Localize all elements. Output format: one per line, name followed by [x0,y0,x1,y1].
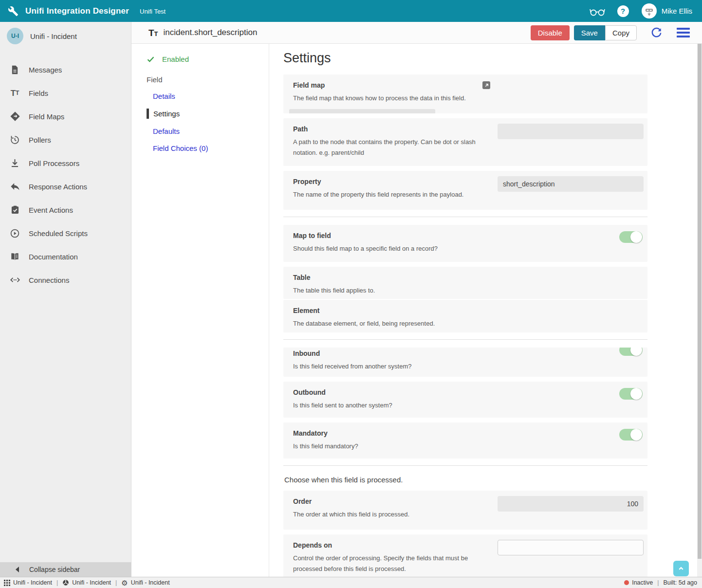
nav-item-defaults[interactable]: Defaults [147,127,269,136]
collapse-sidebar-label: Collapse sidebar [29,566,80,573]
field-map-value: String [295,113,313,113]
property-input[interactable] [498,176,644,192]
order-input[interactable] [498,496,644,512]
map-to-field-toggle[interactable] [619,231,643,243]
enabled-status[interactable]: Enabled [147,55,269,63]
text-fields-icon: TT [148,28,158,37]
record-side-nav: Enabled Field Details Settings Defaults … [131,44,269,577]
statusbar-app-3[interactable]: ⚙ Unifi - Incident [121,579,169,587]
statusbar-app-label: Unifi - Incident [13,579,52,586]
ethernet-brackets-icon [9,275,20,286]
field-row-depends-on: Depends on Control the order of processi… [283,534,647,577]
order-label: Order [293,497,498,505]
directions-icon [9,111,20,122]
record-title: incident.short_description [164,28,258,37]
open-book-icon [9,251,20,262]
sidebar-item-label: Connections [29,276,69,284]
app-subtitle: Unifi Test [140,8,166,15]
process-note: Choose when this field is processed. [284,476,647,484]
sidebar-item-fields[interactable]: TT Fields [0,81,131,105]
table-description: The table this field applies to. [293,285,498,296]
sidebar-item-pollers[interactable]: Pollers [0,128,131,151]
avatar[interactable] [642,3,657,18]
status-bar: Unifi - Incident | Unifi - Incident | ⚙ … [0,577,702,588]
depends-on-label: Depends on [293,541,498,549]
check-icon [147,55,155,63]
nav-item-settings[interactable]: Settings [147,109,269,119]
unifi-integration-designer-app: Unifi Integration Designer Unifi Test ? … [0,0,702,588]
field-row-field-map: Field map The field map that knows how t… [283,74,647,113]
nav-item-details[interactable]: Details [147,92,269,101]
scroll-to-top-button[interactable] [673,561,689,576]
collapse-sidebar-button[interactable]: Collapse sidebar [0,562,131,577]
refresh-icon[interactable] [650,27,663,39]
field-row-property: Property The name of the property this f… [283,171,647,210]
sidebar-item-event-actions[interactable]: Event Actions [0,198,131,221]
sidebar-item-field-maps[interactable]: Field Maps [0,105,131,128]
sidebar-item-documentation[interactable]: Documentation [0,245,131,268]
app-title: Unifi Integration Designer [25,6,129,16]
table-label: Table [293,274,498,281]
field-row-outbound: Outbound Is this field sent to another s… [283,382,647,418]
help-icon[interactable]: ? [617,5,629,17]
sidebar-item-messages[interactable]: Messages [0,58,131,81]
field-row-path: Path A path to the node that contains th… [283,118,647,166]
separator: | [56,579,58,586]
reply-arrow-icon [9,181,20,192]
sidebar-item-label: Fields [29,89,48,97]
depends-on-input[interactable] [498,540,644,555]
apps-grid-icon [4,580,10,586]
sidebar-item-response-actions[interactable]: Response Actions [0,175,131,198]
mandatory-toggle[interactable] [619,429,643,441]
element-description: The database element, or field, being re… [293,318,498,329]
statusbar-app-label: Unifi - Incident [131,579,170,586]
nav-item-settings-label: Settings [153,109,180,118]
sidebar-item-label: Pollers [29,136,51,144]
separator: | [657,579,659,586]
disable-button[interactable]: Disable [531,25,570,40]
outbound-label: Outbound [293,388,498,396]
field-row-inbound: Inbound Is this field received from anot… [283,348,647,377]
app-header: Unifi Integration Designer Unifi Test ? … [0,0,702,22]
history-clock-icon [9,134,20,146]
field-map-select[interactable]: String [289,109,435,113]
statusbar-app-1[interactable]: Unifi - Incident [4,579,52,586]
inbound-description: Is this field received from another syst… [293,361,498,372]
settings-panel: Settings Field map The field map that kn… [269,44,697,577]
chevron-up-icon [677,564,685,573]
depends-on-description: Control the order of processing. Specify… [293,553,498,574]
copy-button[interactable]: Copy [605,25,637,40]
path-input[interactable] [498,124,644,139]
sidebar-nav: Messages TT Fields Field Maps Pollers [0,58,131,292]
scrollbar-thumb[interactable] [698,44,702,559]
field-row-map-to-field: Map to field Should this field map to a … [283,225,647,262]
glasses-icon[interactable] [589,5,606,17]
sidebar-item-label: Documentation [29,253,78,261]
field-row-order: Order The order at which this field is p… [283,491,647,530]
path-label: Path [293,125,498,133]
statusbar-app-2[interactable]: Unifi - Incident [62,579,111,586]
element-label: Element [293,307,498,314]
settings-heading: Settings [283,51,647,66]
sidebar-item-scheduled-scripts[interactable]: Scheduled Scripts [0,221,131,245]
outbound-toggle[interactable] [619,388,643,400]
outbound-description: Is this field sent to another system? [293,400,498,411]
field-row-table: Table The table this field applies to. I… [283,267,647,299]
globe-icon [62,579,69,586]
inbound-label: Inbound [293,349,498,357]
status-dot-icon [624,580,629,585]
vertical-scrollbar[interactable] [697,44,702,577]
sidebar-item-poll-processors[interactable]: Poll Processors [0,151,131,175]
inbound-toggle[interactable] [619,348,643,356]
sidebar-item-label: Event Actions [29,206,73,214]
sidebar-item-label: Messages [29,66,62,74]
hamburger-menu-icon[interactable] [677,28,690,37]
nav-item-field-choices[interactable]: Field Choices (0) [147,144,269,153]
sidebar-item-connections[interactable]: Connections [0,268,131,292]
download-icon [9,158,20,169]
active-indicator-bar [147,109,149,119]
save-button[interactable]: Save [574,25,605,40]
open-record-icon[interactable] [482,81,490,89]
status-label: Inactive [632,579,653,586]
order-description: The order at which this field is process… [293,509,498,520]
